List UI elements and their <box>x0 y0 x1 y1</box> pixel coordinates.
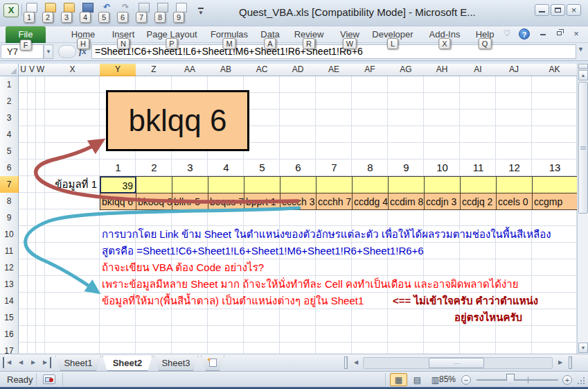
cell-row7-colAE[interactable] <box>316 176 353 193</box>
row-header-7[interactable]: 7 <box>0 176 19 193</box>
column-header-AA[interactable]: AA <box>172 64 208 76</box>
column-header-Z[interactable]: Z <box>136 64 172 76</box>
vertical-split-handle[interactable] <box>578 64 588 69</box>
excel-app-icon[interactable]: X <box>3 3 19 17</box>
cell-row8-colAD[interactable]: cccch 3 <box>280 193 317 210</box>
row-header-3[interactable]: 3 <box>0 110 19 127</box>
cell-row8-colAF[interactable]: ccddg 4 <box>352 193 389 210</box>
sheet-tab-sheet2[interactable]: Sheet2 <box>103 356 152 371</box>
row-header-11[interactable]: 11 <box>0 243 19 260</box>
next-sheet-icon[interactable]: ▶ <box>28 357 39 368</box>
worksheet-grid[interactable]: ข้อมูลที่ 1 bklqq 6 การบวกโดย Link ข้าม … <box>0 64 577 354</box>
qat-item-9[interactable]: 9 <box>173 3 190 24</box>
cell-row8-colAI[interactable]: ccdjq 2 <box>460 193 497 210</box>
column-header-AI[interactable]: AI <box>460 64 497 76</box>
cell-row7-colAG[interactable] <box>388 176 425 193</box>
cell-row7-colAB[interactable] <box>208 176 244 193</box>
favorite-icon[interactable]: ♡ <box>501 28 513 41</box>
workbook-minimize-icon[interactable] <box>537 28 549 41</box>
column-header-U[interactable]: U <box>19 64 28 76</box>
scrollbar-splitter[interactable] <box>569 356 572 369</box>
row-header-8[interactable]: 8 <box>0 193 19 210</box>
cell-row6-colZ[interactable]: 2 <box>136 159 172 177</box>
vertical-scroll-thumb[interactable] <box>578 82 588 214</box>
ribbon-tab-add-ins[interactable]: Add-InsX <box>425 26 464 43</box>
cell-row6-colAA[interactable]: 3 <box>172 159 208 177</box>
ribbon-tab-developer[interactable]: DeveloperL <box>370 26 416 43</box>
cell-row8-colAE[interactable]: ccchh 7 <box>316 193 353 210</box>
minimize-button[interactable] <box>535 4 549 16</box>
column-header-AG[interactable]: AG <box>388 64 425 76</box>
expand-formula-bar-icon[interactable]: ▼ <box>578 46 584 53</box>
column-header-X[interactable]: X <box>45 64 100 76</box>
callout-box[interactable]: bklqq 6 <box>106 90 249 151</box>
cell-row6-colAC[interactable]: 5 <box>244 159 280 177</box>
scroll-up-icon[interactable]: ▲ <box>578 70 588 80</box>
qat-item-7[interactable]: 7 <box>136 3 152 24</box>
cell-row6-colAI[interactable]: 11 <box>460 159 497 177</box>
column-header-AD[interactable]: AD <box>280 64 317 76</box>
cell-row8-colAA[interactable]: bllnr 5 <box>172 193 208 210</box>
column-header-AH[interactable]: AH <box>424 64 461 76</box>
first-sheet-icon[interactable]: ◀ <box>3 357 14 368</box>
previous-sheet-icon[interactable]: ◀ <box>15 357 26 368</box>
column-header-AJ[interactable]: AJ <box>496 64 533 76</box>
normal-view-button[interactable]: ▦ <box>390 373 407 386</box>
row-header-14[interactable]: 14 <box>0 293 19 310</box>
zoom-out-icon[interactable]: − <box>461 375 471 385</box>
page-layout-view-button[interactable]: ▤ <box>409 373 426 386</box>
row-header-4[interactable]: 4 <box>0 126 19 144</box>
formula-input[interactable]: =Sheet1!C6+Sheet1!L6+Sheet1!M6+Sheet1!R6… <box>91 44 576 59</box>
cell-row7-colAK[interactable] <box>532 176 577 193</box>
resize-grip[interactable] <box>578 377 586 385</box>
ribbon-tab-formulas[interactable]: FormulasM <box>208 26 251 43</box>
qat-item-8[interactable]: 8 <box>154 3 171 24</box>
cell-row8-colZ[interactable]: bkooq 3 <box>136 193 172 210</box>
column-header-AF[interactable]: AF <box>352 64 389 76</box>
last-sheet-icon[interactable]: ▶ <box>40 357 51 368</box>
select-all-corner[interactable] <box>0 64 19 76</box>
file-tab[interactable]: File F <box>6 26 46 43</box>
sheet-tab-sheet1[interactable]: Sheet1 <box>55 356 101 371</box>
cell-row6-colAD[interactable]: 6 <box>280 159 317 177</box>
cell-row7-colAF[interactable] <box>352 176 389 193</box>
cell-row6-colAG[interactable]: 9 <box>388 159 425 177</box>
qat-item-2[interactable]: 2 <box>42 3 59 24</box>
ribbon-tab-review[interactable]: ReviewR <box>291 26 327 43</box>
zoom-level[interactable]: 85% <box>439 374 456 384</box>
row-header-6[interactable]: 6 <box>0 159 19 177</box>
row-header-16[interactable]: 16 <box>0 326 19 343</box>
scroll-down-icon[interactable]: ▼ <box>578 343 588 353</box>
zoom-slider-handle[interactable] <box>506 374 515 384</box>
column-header-Y[interactable]: Y <box>100 64 136 76</box>
row-header-17[interactable]: 17 <box>0 343 19 354</box>
row-header-12[interactable]: 12 <box>0 259 19 277</box>
cell-x7-label[interactable]: ข้อมูลที่ 1 <box>45 176 99 193</box>
row-header-5[interactable]: 5 <box>0 143 19 160</box>
ribbon-tab-view[interactable]: ViewW <box>337 26 363 43</box>
fill-handle[interactable] <box>134 191 136 193</box>
name-box-dropdown-icon[interactable]: ▼ <box>44 44 53 59</box>
row-header-10[interactable]: 10 <box>0 226 19 243</box>
cell-row6-colAJ[interactable]: 12 <box>496 159 533 177</box>
ribbon-tab-insert[interactable]: InsertN <box>108 26 139 43</box>
column-header-AK[interactable]: AK <box>532 64 577 76</box>
cell-row6-colAB[interactable]: 4 <box>208 159 244 177</box>
ribbon-tab-data[interactable]: DataA <box>256 26 284 43</box>
cell-row7-colZ[interactable] <box>136 176 172 193</box>
horizontal-scroll-thumb[interactable] <box>429 358 484 368</box>
cell-row7-colAD[interactable] <box>280 176 317 193</box>
cell-row6-colAK[interactable]: 13 <box>532 159 577 177</box>
row-header-1[interactable]: 1 <box>0 76 19 94</box>
qat-customize-dropdown[interactable]: ▼ <box>196 6 206 17</box>
cell-row7-colAI[interactable] <box>460 176 497 193</box>
cell-row8-colAC[interactable]: bpprt 1 <box>244 193 280 210</box>
cell-row8-colAH[interactable]: ccdjn 3 <box>424 193 461 210</box>
close-button[interactable]: × <box>567 4 581 16</box>
cell-row6-colAH[interactable]: 10 <box>424 159 461 177</box>
cell-row7-colAJ[interactable] <box>496 176 533 193</box>
ribbon-tab-help[interactable]: HelpQ <box>472 26 497 43</box>
cell-row6-colAF[interactable]: 8 <box>352 159 389 177</box>
cell-row7-colAC[interactable] <box>244 176 280 193</box>
row-header-2[interactable]: 2 <box>0 93 19 110</box>
